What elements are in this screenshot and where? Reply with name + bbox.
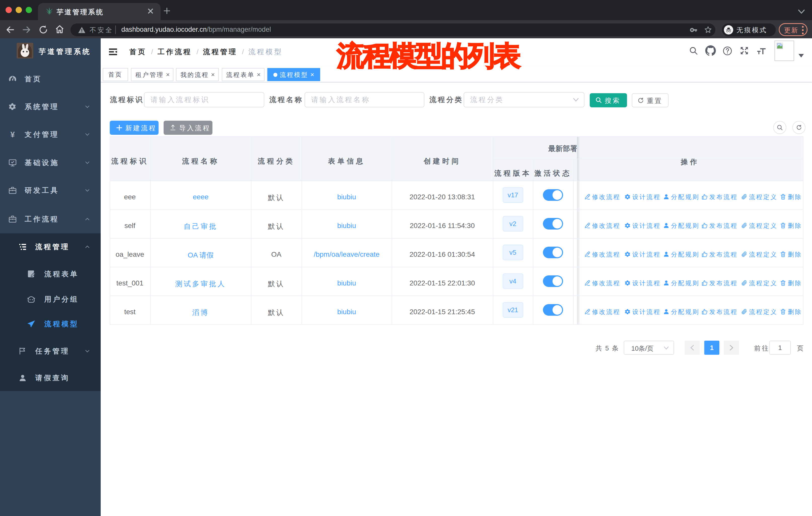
svg-text:¥: ¥: [10, 130, 15, 139]
